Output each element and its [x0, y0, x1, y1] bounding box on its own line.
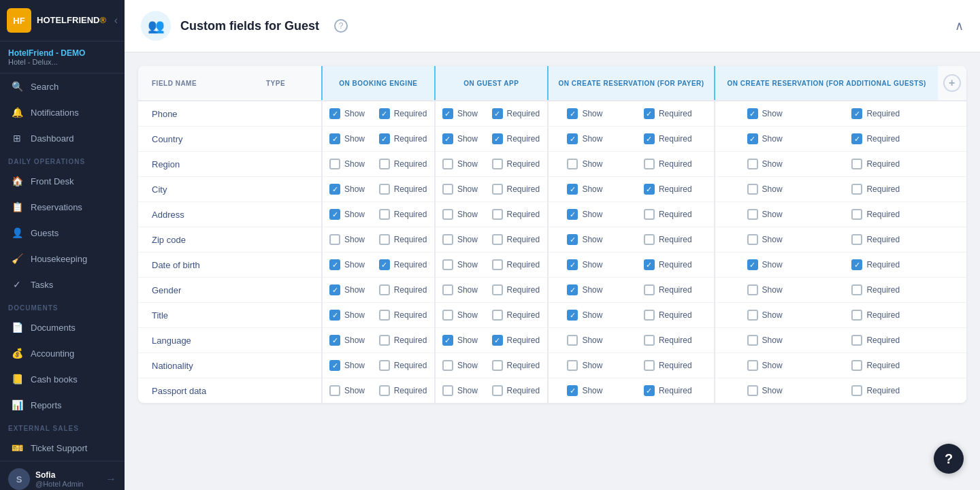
- checkbox[interactable]: [747, 310, 758, 321]
- sidebar-item-dashboard[interactable]: ⊞ Dashboard: [0, 125, 125, 151]
- checkbox[interactable]: [644, 284, 655, 295]
- checkbox[interactable]: ✓: [442, 108, 453, 119]
- checkbox[interactable]: [567, 159, 578, 169]
- checkbox[interactable]: [492, 284, 503, 295]
- help-icon[interactable]: ?: [334, 19, 348, 33]
- checkbox[interactable]: [379, 385, 390, 396]
- checkbox[interactable]: ✓: [329, 108, 340, 119]
- checkbox[interactable]: [492, 385, 503, 396]
- checkbox[interactable]: ✓: [567, 133, 578, 144]
- checkbox[interactable]: [851, 335, 862, 346]
- checkbox[interactable]: ✓: [492, 108, 503, 119]
- checkbox[interactable]: ✓: [644, 133, 655, 144]
- checkbox[interactable]: [329, 234, 340, 245]
- checkbox[interactable]: ✓: [851, 133, 862, 144]
- sidebar-item-front-desk[interactable]: 🏠 Front Desk: [0, 168, 125, 194]
- checkbox[interactable]: ✓: [567, 108, 578, 119]
- checkbox[interactable]: ✓: [567, 385, 578, 396]
- checkbox[interactable]: [747, 284, 758, 295]
- checkbox[interactable]: [644, 159, 655, 169]
- checkbox[interactable]: [644, 335, 655, 346]
- checkbox[interactable]: [379, 360, 390, 371]
- checkbox[interactable]: ✓: [747, 108, 758, 119]
- checkbox[interactable]: [442, 284, 453, 295]
- checkbox[interactable]: ✓: [379, 108, 390, 119]
- checkbox[interactable]: [492, 259, 503, 270]
- sidebar-item-guests[interactable]: 👤 Guests: [0, 220, 125, 246]
- checkbox[interactable]: [851, 184, 862, 195]
- sidebar-toggle[interactable]: ‹: [114, 14, 118, 27]
- checkbox[interactable]: ✓: [567, 284, 578, 295]
- checkbox[interactable]: [644, 209, 655, 220]
- checkbox[interactable]: [492, 159, 503, 169]
- checkbox[interactable]: ✓: [747, 133, 758, 144]
- checkbox[interactable]: [379, 335, 390, 346]
- sidebar-item-tasks[interactable]: ✓ Tasks: [0, 272, 125, 297]
- sidebar-item-documents[interactable]: 📄 Documents: [0, 314, 125, 340]
- checkbox[interactable]: ✓: [567, 310, 578, 321]
- help-bubble-button[interactable]: ?: [934, 444, 964, 474]
- checkbox[interactable]: ✓: [329, 184, 340, 195]
- checkbox[interactable]: [747, 159, 758, 169]
- checkbox[interactable]: [379, 209, 390, 220]
- checkbox[interactable]: ✓: [851, 108, 862, 119]
- checkbox[interactable]: ✓: [329, 360, 340, 371]
- checkbox[interactable]: ✓: [442, 133, 453, 144]
- sidebar-item-accounting[interactable]: 💰 Accounting: [0, 340, 125, 366]
- checkbox[interactable]: ✓: [442, 335, 453, 346]
- checkbox[interactable]: ✓: [379, 133, 390, 144]
- checkbox[interactable]: [379, 284, 390, 295]
- checkbox[interactable]: [442, 234, 453, 245]
- sidebar-item-housekeeping[interactable]: 🧹 Housekeeping: [0, 246, 125, 272]
- checkbox[interactable]: ✓: [851, 259, 862, 270]
- checkbox[interactable]: [329, 385, 340, 396]
- checkbox[interactable]: ✓: [567, 209, 578, 220]
- sidebar-item-search[interactable]: 🔍 Search: [0, 74, 125, 99]
- checkbox[interactable]: [747, 209, 758, 220]
- collapse-icon[interactable]: ∧: [955, 18, 964, 33]
- checkbox[interactable]: [851, 159, 862, 169]
- checkbox[interactable]: [644, 310, 655, 321]
- checkbox[interactable]: ✓: [644, 108, 655, 119]
- checkbox[interactable]: [747, 234, 758, 245]
- checkbox[interactable]: ✓: [644, 385, 655, 396]
- checkbox[interactable]: ✓: [329, 284, 340, 295]
- add-column-button[interactable]: +: [943, 74, 961, 92]
- sidebar-item-cash-books[interactable]: 📒 Cash books: [0, 366, 125, 392]
- checkbox[interactable]: [851, 284, 862, 295]
- checkbox[interactable]: ✓: [492, 133, 503, 144]
- checkbox[interactable]: ✓: [329, 133, 340, 144]
- checkbox[interactable]: [379, 234, 390, 245]
- checkbox[interactable]: [644, 360, 655, 371]
- checkbox[interactable]: [567, 360, 578, 371]
- checkbox[interactable]: [567, 335, 578, 346]
- sidebar-item-reservations[interactable]: 📋 Reservations: [0, 194, 125, 220]
- sidebar-item-reports[interactable]: 📊 Reports: [0, 392, 125, 418]
- checkbox[interactable]: [329, 159, 340, 169]
- checkbox[interactable]: [851, 310, 862, 321]
- checkbox[interactable]: ✓: [747, 259, 758, 270]
- checkbox[interactable]: [442, 159, 453, 169]
- checkbox[interactable]: [442, 259, 453, 270]
- checkbox[interactable]: [379, 184, 390, 195]
- checkbox[interactable]: ✓: [329, 335, 340, 346]
- checkbox[interactable]: ✓: [567, 259, 578, 270]
- checkbox[interactable]: ✓: [567, 234, 578, 245]
- checkbox[interactable]: ✓: [644, 184, 655, 195]
- checkbox[interactable]: ✓: [644, 259, 655, 270]
- checkbox[interactable]: [492, 209, 503, 220]
- checkbox[interactable]: [442, 385, 453, 396]
- checkbox[interactable]: [747, 184, 758, 195]
- checkbox[interactable]: [492, 184, 503, 195]
- checkbox[interactable]: ✓: [329, 259, 340, 270]
- checkbox[interactable]: [442, 184, 453, 195]
- checkbox[interactable]: ✓: [329, 310, 340, 321]
- logout-icon[interactable]: →: [105, 473, 116, 485]
- checkbox[interactable]: [442, 360, 453, 371]
- checkbox[interactable]: [747, 360, 758, 371]
- checkbox[interactable]: [644, 234, 655, 245]
- checkbox[interactable]: [379, 310, 390, 321]
- checkbox[interactable]: [492, 360, 503, 371]
- checkbox[interactable]: [379, 159, 390, 169]
- checkbox[interactable]: [851, 209, 862, 220]
